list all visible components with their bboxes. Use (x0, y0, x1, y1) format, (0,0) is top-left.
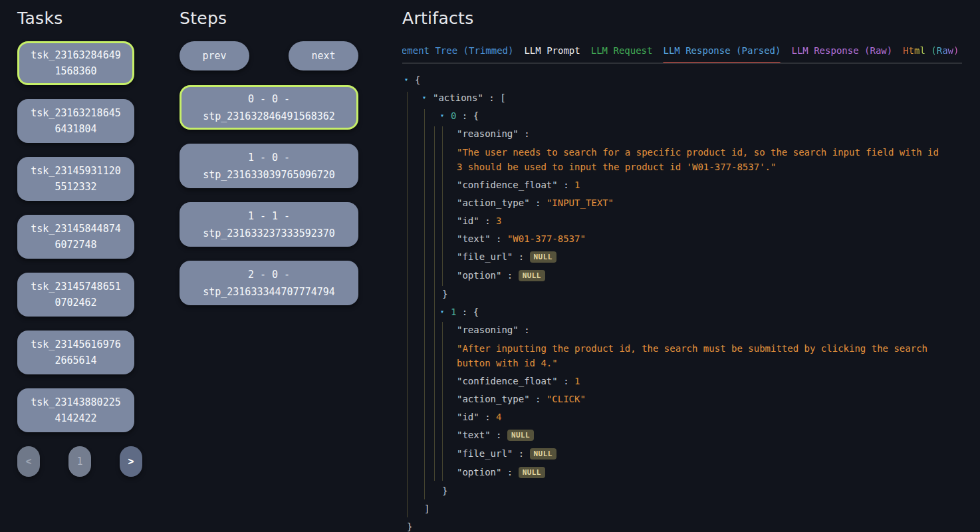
json-token-key: "text" (457, 430, 491, 440)
json-token-punc: : (519, 325, 530, 335)
task-item[interactable]: tsk_231632186456431804 (17, 99, 134, 143)
task-item[interactable]: tsk_231458448746072748 (17, 215, 134, 259)
json-line: "confidence_float" : 1 (402, 178, 962, 192)
null-badge: NULL (530, 251, 556, 263)
step-label: 1 - 0 - stp_231633039765096720 (189, 149, 348, 184)
tab-llm-response-raw[interactable]: LLM Response (Raw) (791, 45, 892, 56)
step-item[interactable]: 1 - 1 - stp_231633237333592370 (180, 202, 358, 247)
tab-llm-prompt[interactable]: LLM Prompt (524, 45, 580, 56)
json-token-punc: : (491, 233, 507, 244)
task-id: tsk_231458448746072748 (29, 221, 123, 253)
json-token-str: "CLICK" (547, 394, 586, 404)
tab-html-raw[interactable]: Html (Raw) (903, 45, 959, 56)
pagination-next-button[interactable]: > (120, 446, 142, 477)
step-item[interactable]: 1 - 0 - stp_231633039765096720 (180, 144, 358, 188)
task-id: tsk_231632846491568360 (29, 47, 123, 79)
json-token-punc: : (501, 270, 518, 281)
json-line: } (402, 484, 962, 497)
task-id: tsk_231438802254142422 (29, 394, 123, 426)
null-badge: NULL (519, 467, 545, 478)
task-item[interactable]: tsk_231456169762665614 (17, 331, 134, 374)
page-number: 1 (76, 456, 82, 467)
step-item[interactable]: 2 - 0 - stp_231633344707774794 (180, 261, 358, 305)
chevron-right-icon: > (128, 456, 134, 467)
steps-controls: prev next (180, 41, 358, 70)
json-token-punc: } (407, 521, 412, 532)
tab-element-tree-trimmed[interactable]: Element Tree (Trimmed) (402, 45, 513, 56)
json-line: "option" : NULL (402, 466, 962, 479)
json-token-str: "After inputting the product id, the sea… (457, 343, 933, 368)
json-line: "text" : NULL (402, 428, 962, 442)
json-token-key: "option" (457, 270, 501, 281)
json-tree: ▾{▾"actions" : [▾0 : {"reasoning" :"The … (402, 73, 962, 532)
json-token-key: "action_type" (457, 198, 530, 208)
next-step-button[interactable]: next (289, 41, 358, 70)
json-token-punc: : (513, 251, 529, 262)
step-label: 1 - 1 - stp_231633237333592370 (189, 207, 348, 242)
pagination-prev-button[interactable]: < (17, 446, 40, 477)
json-token-key: "option" (457, 467, 501, 477)
json-line: } (402, 520, 962, 532)
task-id: tsk_231459311205512332 (29, 163, 123, 195)
tab-llm-response-parsed[interactable]: LLM Response (Parsed) (663, 45, 781, 56)
task-item[interactable]: tsk_231438802254142422 (17, 388, 134, 432)
json-token-punc: } (442, 485, 447, 496)
indent-guide (434, 126, 435, 481)
json-token-key: "id" (457, 412, 479, 422)
null-badge: NULL (507, 430, 534, 441)
json-token-key: "action_type" (457, 394, 530, 404)
indent-guide (424, 109, 425, 499)
json-token-punc: : (558, 376, 574, 386)
null-badge: NULL (530, 448, 556, 460)
task-item[interactable]: tsk_231632846491568360 (17, 41, 134, 85)
json-token-punc: { (415, 74, 420, 85)
step-item[interactable]: 0 - 0 - stp_231632846491568362 (180, 85, 358, 130)
json-token-key: "file_url" (457, 251, 513, 262)
prev-label: prev (202, 50, 226, 62)
json-token-punc: : [ (483, 92, 506, 103)
artifacts-panel: Artifacts Element Tree (Trimmed) LLM Pro… (402, 9, 962, 532)
tasks-panel: Tasks tsk_231632846491568360 tsk_2316321… (17, 9, 134, 477)
json-line: "action_type" : "INPUT_TEXT" (402, 196, 962, 209)
json-token-str: "INPUT_TEXT" (547, 198, 614, 208)
step-label: 2 - 0 - stp_231633344707774794 (189, 266, 348, 301)
pagination-page-button[interactable]: 1 (68, 446, 91, 477)
indent-guide (442, 322, 443, 481)
collapse-arrow-icon[interactable]: ▾ (404, 73, 415, 86)
json-token-num: 4 (496, 412, 501, 422)
tasks-title: Tasks (17, 9, 134, 28)
json-line: "id" : 3 (402, 214, 962, 227)
json-token-str: "W01-377-8537" (507, 233, 586, 244)
steps-panel: Steps prev next 0 - 0 - stp_231632846491… (180, 9, 358, 319)
json-token-num: 3 (496, 215, 501, 226)
json-token-num: 1 (574, 376, 580, 386)
json-token-key: "reasoning" (457, 325, 519, 335)
task-id: tsk_231456169762665614 (29, 336, 123, 368)
json-token-punc: } (442, 289, 447, 299)
collapse-arrow-icon[interactable]: ▾ (422, 91, 433, 104)
collapse-arrow-icon[interactable]: ▾ (440, 109, 451, 122)
json-token-key: "actions" (433, 92, 483, 103)
json-token-key: "text" (457, 233, 491, 244)
json-line: "reasoning" : (402, 127, 962, 140)
json-line: "file_url" : NULL (402, 250, 962, 264)
json-token-key: "file_url" (457, 448, 513, 459)
json-token-punc: : { (456, 110, 479, 121)
tab-llm-request[interactable]: LLM Request (591, 45, 653, 56)
json-line: ] (402, 502, 962, 515)
task-id: tsk_231632186456431804 (29, 105, 123, 137)
task-item[interactable]: tsk_231459311205512332 (17, 157, 134, 201)
json-token-punc: : (530, 394, 547, 404)
prev-step-button[interactable]: prev (180, 41, 249, 70)
json-line: "The user needs to search for a specific… (402, 145, 942, 174)
task-item[interactable]: tsk_231457486510702462 (17, 273, 134, 317)
json-token-punc: : (491, 430, 507, 440)
json-line: "option" : NULL (402, 269, 962, 283)
collapse-arrow-icon[interactable]: ▾ (440, 305, 451, 319)
json-line: ▾0 : { (402, 109, 962, 122)
json-token-key: "reasoning" (457, 128, 519, 139)
json-line: "text" : "W01-377-8537" (402, 232, 962, 245)
json-token-key: "id" (457, 215, 479, 226)
json-line: "file_url" : NULL (402, 447, 962, 461)
json-token-punc: : (519, 128, 530, 139)
